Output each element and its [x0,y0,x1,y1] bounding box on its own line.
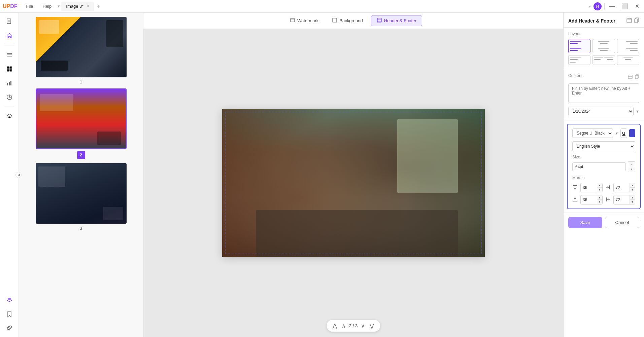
tab-close-icon[interactable]: ✕ [86,4,89,8]
margin-left-item: ▲ ▼ [605,195,636,204]
sidebar-icon-home[interactable] [3,30,15,42]
tab-help[interactable]: Help [38,2,57,11]
margin-top-increase[interactable]: ▲ [597,183,602,188]
layout-line-7 [598,48,610,49]
margin-right-increase[interactable]: ▲ [630,183,635,188]
sidebar-icon-chart[interactable] [3,77,15,89]
margin-right-wrap: ▲ ▼ [613,183,636,192]
thumbnail-2-image [36,88,127,149]
style-select-row: English Style [572,141,635,151]
svg-rect-10 [7,83,8,85]
color-swatch[interactable] [629,129,635,137]
svg-rect-17 [377,18,381,22]
layout-line-4 [570,50,578,51]
last-page-button[interactable]: ⋁ [368,322,375,330]
svg-rect-36 [573,201,577,201]
background-button[interactable]: Background [327,15,368,26]
sidebar-icon-grid[interactable] [3,63,15,75]
style-select[interactable]: English Style [572,141,635,151]
right-panel-title: Add Header & Footer [568,18,615,24]
layout-line-11 [626,48,638,49]
content-label: Content [568,73,582,78]
sidebar-icon-attach[interactable] [3,322,15,334]
svg-rect-31 [635,75,638,79]
close-button[interactable]: ✕ [633,3,641,9]
content-header: Content [568,73,639,81]
sidebar-icon-list[interactable] [3,49,15,61]
toolbar: Watermark Background Header & Footer [143,13,563,29]
margin-top-input[interactable] [581,184,597,191]
thumbnail-3[interactable]: 3 [23,163,139,231]
calendar-icon[interactable] [628,74,633,80]
date-dropdown-icon[interactable]: ▼ [636,109,639,113]
sidebar-icon-layers2[interactable] [3,294,15,306]
content-input[interactable] [568,83,639,103]
copy-header-icon[interactable] [634,17,639,24]
tab-separator: ▾ [56,4,61,9]
margin-bottom-increase[interactable]: ▲ [597,195,602,200]
layout-option-3[interactable] [617,39,639,53]
margin-bottom-item: ▲ ▼ [572,195,603,204]
thumbnail-panel: 1 2 3 [19,13,143,337]
layout-option-5[interactable] [592,55,615,65]
tab-image3[interactable]: Image 3* ✕ [61,2,94,11]
first-page-button[interactable]: ⋀ [331,322,338,330]
maximize-button[interactable]: ⬜ [619,3,630,9]
layout-option-4[interactable] [568,55,590,65]
tab-add-button[interactable]: + [94,3,102,9]
margin-right-decrease[interactable]: ▼ [630,188,635,192]
size-increase-button[interactable]: + [628,167,635,172]
svg-rect-20 [627,18,632,23]
layout-line-3 [570,48,581,49]
layout-option-2[interactable] [592,39,615,53]
thumbnail-2[interactable]: 2 [23,88,139,159]
header-icons [626,17,639,24]
layout-option-1[interactable] [568,39,590,53]
minimize-button[interactable]: — [607,3,617,9]
sidebar-icon-chart2[interactable] [3,91,15,103]
thumbnail-2-badge: 2 [77,151,85,159]
margin-top-decrease[interactable]: ▼ [597,188,602,192]
tab-bar: File Help ▾ Image 3* ✕ + [22,2,103,11]
margin-right-item: ▲ ▼ [605,183,636,192]
dropdown-icon[interactable]: ▾ [589,4,591,9]
next-page-button[interactable]: ∨ [360,322,366,330]
margin-left-increase[interactable]: ▲ [630,195,635,200]
underline-button[interactable]: U [620,128,627,138]
pagination: ⋀ ∧ 2 / 3 ∨ ⋁ [327,320,380,332]
margin-left-input[interactable] [614,196,630,203]
layout-line-6 [600,43,608,44]
margin-bottom-decrease[interactable]: ▼ [597,200,602,204]
svg-rect-14 [291,18,295,22]
thumbnail-3-image [36,163,127,224]
layout-option-6[interactable] [617,55,639,65]
margin-top-icon [572,185,578,191]
size-decrease-button[interactable]: − [628,161,635,167]
copy-icon[interactable] [635,74,639,80]
svg-rect-32 [573,185,577,186]
action-buttons: Save Cancel [564,213,644,232]
sidebar-icon-page[interactable] [3,15,15,28]
main-content: Watermark Background Header & Footer [143,13,563,337]
background-icon [332,17,337,24]
sidebar-icon-bookmark[interactable] [3,308,15,320]
collapse-arrow[interactable]: ◀ [15,172,22,178]
cancel-button[interactable]: Cancel [605,217,640,228]
margin-left-decrease[interactable]: ▼ [630,200,635,204]
font-select[interactable]: Segoe UI Black [572,128,613,138]
watermark-button[interactable]: Watermark [284,15,324,26]
size-stepper: − + [628,161,635,172]
size-input[interactable] [573,163,626,171]
thumbnail-1[interactable]: 1 [23,17,139,84]
tab-file[interactable]: File [22,2,38,11]
margin-right-input[interactable] [614,184,630,191]
prev-page-button[interactable]: ∧ [340,322,347,330]
margin-bottom-input[interactable] [581,196,597,203]
date-select[interactable]: 1/28/2024 [568,107,634,116]
calendar-header-icon[interactable] [626,17,632,24]
save-button[interactable]: Save [568,217,602,228]
layout-line-9 [626,41,638,42]
page-canvas [222,109,485,257]
sidebar-icon-layers[interactable] [3,110,15,122]
header-footer-button[interactable]: Header & Footer [371,15,422,26]
